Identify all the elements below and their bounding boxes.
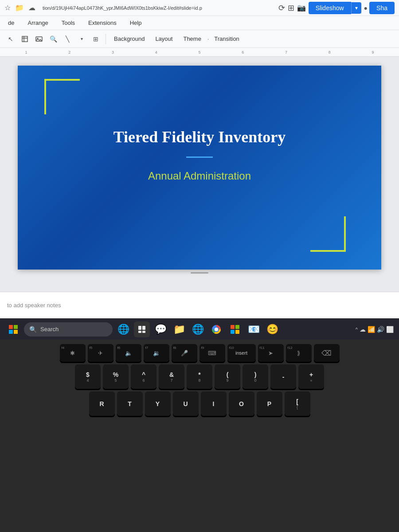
menu-item-tools[interactable]: Tools [59,18,78,28]
line-tool-button[interactable]: ╲ [61,33,74,45]
ruler-mark-3: 3 [112,50,114,55]
key-caret-6[interactable]: ^ 6 [131,364,156,389]
taskbar-smiley-icon[interactable]: 😊 [264,321,280,337]
image-tool-button[interactable] [33,33,45,45]
key-f6[interactable]: f6 🔈 [116,344,141,362]
svg-rect-9 [138,326,141,330]
key-i[interactable]: I [201,391,227,416]
ruler-mark-4: 4 [155,50,157,55]
menu-item-extensions[interactable]: Extensions [86,18,119,28]
slide-canvas[interactable]: Tiered Fidelity Inventory Annual Adminis… [18,66,381,270]
windows-taskbar: 🔍 Search 🌐 💬 📁 🌐 [0,318,399,340]
frame-tool-button[interactable] [19,33,31,45]
key-o[interactable]: O [229,391,254,416]
folder-icon[interactable]: 📁 [15,4,24,12]
svg-rect-16 [235,325,239,329]
key-backspace[interactable]: ⌫ [314,344,340,362]
transition-group: · Transition [207,34,244,44]
star-icon[interactable]: ☆ [4,4,11,12]
key-f12[interactable]: f12 ⟫ [286,344,312,362]
key-f7[interactable]: f7 🔉 [144,344,169,362]
grid-icon[interactable]: ⊞ [288,3,294,13]
key-dash[interactable]: - [270,364,296,389]
alpha-key-row: R T Y U I O P [ { [4,391,395,416]
video-camera-icon[interactable]: 📷 [297,4,306,12]
key-percent-5[interactable]: % 5 [103,364,129,389]
taskbar-chat-icon[interactable]: 💬 [153,321,168,337]
tray-cloud-icon[interactable]: ☁ [360,326,366,333]
background-button[interactable]: Background [110,34,149,44]
slideshow-dropdown-arrow[interactable]: ▾ [351,2,361,14]
ruler-mark-9: 9 [372,50,374,55]
key-amp-7[interactable]: & 7 [159,364,184,389]
fn-key-row: f4 ✱ f5 ✈ f6 🔈 f7 🔉 f8 🎤 f9 ⌨ [4,344,395,362]
menu-item-help[interactable]: Help [127,18,145,28]
key-rparen-0[interactable]: ) 0 [243,364,268,389]
tray-battery-icon[interactable]: ⬜ [386,326,394,333]
share-button[interactable]: Sha [369,2,395,14]
transition-dot-icon: · [207,36,209,42]
zoom-tool-button[interactable]: 🔍 [47,33,59,45]
key-lbracket[interactable]: [ { [285,391,310,416]
toolbar: ↖ 🔍 ╲ ▾ ⊞ Background Layout Theme [0,30,399,48]
slide-subtitle[interactable]: Annual Administration [148,170,251,182]
svg-rect-11 [138,331,141,333]
key-f9[interactable]: f9 ⌨ [200,344,225,362]
key-t[interactable]: T [117,391,143,416]
url-display: tion/d/19UjH4i74apL0473hK_yprJMI6AdWIX0t… [43,5,278,11]
tray-wifi-icon[interactable]: 📶 [368,326,375,333]
bracket-top-left-decoration [44,79,80,114]
svg-rect-8 [14,330,18,334]
bracket-bottom-right-decoration [310,216,346,252]
key-f11[interactable]: f11 ➤ [258,344,284,362]
menu-bar: de Arrange Tools Extensions Help [0,16,399,30]
key-f10[interactable]: f10 insert [227,344,256,362]
insert-box-button[interactable]: ⊞ [90,33,102,45]
tray-caret-icon[interactable]: ^ [356,327,358,332]
toolbar-divider-1 [106,34,106,44]
taskbar-search-bar[interactable]: 🔍 Search [24,322,113,336]
line-dropdown-button[interactable]: ▾ [75,33,88,45]
slide-title[interactable]: Tiered Fidelity Inventory [113,128,286,146]
windows-start-button[interactable] [5,321,21,337]
key-plus-equal[interactable]: + = [298,364,324,389]
svg-rect-15 [231,325,235,329]
slideshow-button[interactable]: Slideshow [309,2,351,14]
taskbar-globe-icon[interactable]: 🌐 [115,321,131,337]
ruler-mark-2: 2 [68,50,70,55]
transition-button[interactable]: Transition [210,34,244,44]
key-f8[interactable]: f8 🎤 [172,344,197,362]
svg-rect-10 [142,326,145,330]
key-u[interactable]: U [173,391,199,416]
select-tool-button[interactable]: ↖ [4,33,17,45]
key-dollar-4[interactable]: $ 4 [75,364,101,389]
svg-rect-17 [231,330,235,334]
taskbar-windows-store-icon[interactable] [227,321,243,337]
svg-rect-7 [9,330,13,334]
taskbar-chrome-icon[interactable] [208,321,224,337]
taskbar-edge-icon[interactable]: 🌐 [190,321,206,337]
key-y[interactable]: Y [145,391,171,416]
menu-item-arrange[interactable]: Arrange [25,18,51,28]
theme-button[interactable]: Theme [179,34,205,44]
key-lparen-9[interactable]: ( 9 [215,364,240,389]
key-p[interactable]: P [257,391,282,416]
cloud-icon[interactable]: ☁ [28,4,35,12]
speaker-notes-area[interactable]: to add speaker notes [0,292,399,318]
tray-volume-icon[interactable]: 🔊 [377,326,384,333]
ruler-mark-5: 5 [198,50,200,55]
layout-button[interactable]: Layout [151,34,177,44]
key-f4[interactable]: f4 ✱ [60,344,86,362]
svg-point-14 [215,328,218,331]
browser-url-bar: ☆ 📁 ☁ tion/d/19UjH4i74apL0473hK_yprJMI6A… [0,0,399,16]
key-star-8[interactable]: * 8 [187,364,212,389]
slideshow-button-group[interactable]: Slideshow ▾ [309,2,361,14]
key-f5[interactable]: f5 ✈ [88,344,113,362]
menu-item-de[interactable]: de [5,18,17,28]
taskbar-files-icon[interactable] [134,321,150,337]
key-r[interactable]: R [89,391,115,416]
history-icon[interactable]: ⟳ [278,3,285,13]
taskbar-outlook-icon[interactable]: 📧 [246,321,262,337]
ruler-mark-1: 1 [25,50,27,55]
taskbar-folder-icon[interactable]: 📁 [171,321,187,337]
